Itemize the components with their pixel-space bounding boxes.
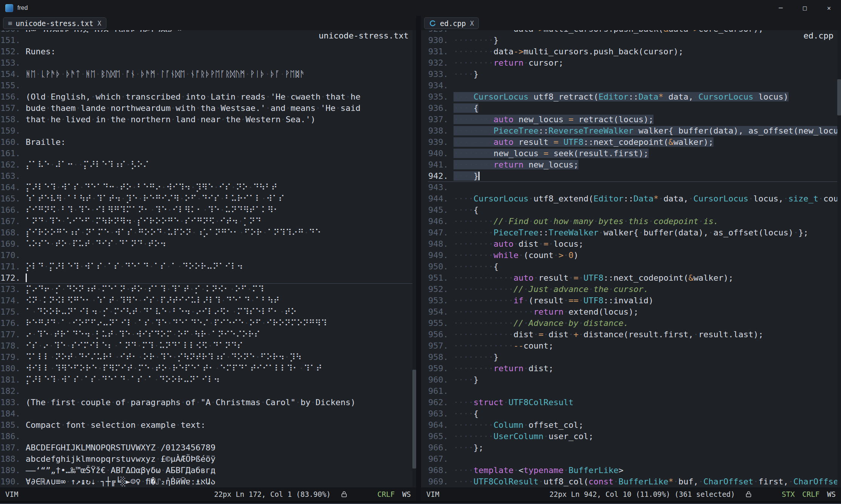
code-line[interactable]: 939.········auto·result·=·UTF8::next_cod… bbox=[428, 137, 841, 148]
tab-close-icon[interactable]: X bbox=[469, 20, 474, 27]
scrollbar-right[interactable] bbox=[837, 30, 841, 487]
code-line[interactable]: 968.····template·<typename·BufferLike> bbox=[428, 465, 841, 476]
code-line[interactable]: 185.Compact·font·selection·example·text: bbox=[0, 419, 416, 431]
close-button[interactable]: ✕ bbox=[817, 0, 841, 16]
code-line[interactable]: 954.················return·extend(locus)… bbox=[428, 306, 841, 318]
code-line[interactable]: 959.········return·dist; bbox=[428, 363, 841, 374]
status-flag-stx[interactable]: STX bbox=[782, 490, 795, 498]
code-line[interactable]: 948.········auto·dist·=·locus; bbox=[428, 238, 841, 250]
code-line[interactable]: 160.Braille: bbox=[0, 137, 416, 148]
code-line[interactable]: 187.ABCDEFGHIJKLMNOPQRSTUVWXYZ·/01234567… bbox=[0, 442, 416, 453]
code-line[interactable]: 934. bbox=[428, 80, 841, 91]
pane-divider[interactable] bbox=[416, 16, 421, 501]
code-line[interactable]: 165.⠱⠁⠞⠑⠧⠻·⠁⠃⠳⠞·⠹⠁⠞⠲·⡹⠑·⠗⠑⠛⠊⠌⠻·⠕⠋·⠙⠊⠎·⠃⠥… bbox=[0, 193, 416, 204]
code-line[interactable]: 181.⡍⠜⠇⠑⠹·⠺⠁⠎·⠁⠎·⠙⠑⠁⠙·⠁⠎·⠁·⠙⠕⠕⠗⠤⠝⠁⠊⠇⠲ bbox=[0, 374, 416, 386]
tab-ed-cpp[interactable]: ed.cpp X bbox=[424, 17, 479, 29]
scrollbar-thumb[interactable] bbox=[837, 79, 841, 115]
code-line[interactable]: 957.············--count; bbox=[428, 340, 841, 352]
code-line[interactable]: 190.∀∂∈ℝ∧∪≡∞·↑↗↨↻⇣·┐┼╔╘░►☺♀·ﬁ�⑀₂ἠḂӥẄɐː⍎א… bbox=[0, 476, 416, 487]
code-line[interactable]: 175.⠁·⠙⠕⠕⠗⠤⠝⠁⠊⠇⠲·⡊·⠍⠊⠣⠞·⠙⠁⠧⠑·⠃⠑⠲·⠔⠊⠇⠔⠫⠂·… bbox=[0, 306, 416, 318]
code-line[interactable]: 932.········return·cursor; bbox=[428, 57, 841, 69]
scrollbar-thumb[interactable] bbox=[412, 370, 416, 469]
code-line[interactable]: 963.····{ bbox=[428, 408, 841, 419]
code-line[interactable]: 937.········auto·new_locus·=·retract(loc… bbox=[428, 114, 841, 125]
code-line[interactable]: 947.········PieceTree::TreeWalker·walker… bbox=[428, 227, 841, 238]
code-line[interactable]: 943. bbox=[428, 182, 841, 193]
window-bottom-edge[interactable] bbox=[0, 501, 841, 504]
code-line[interactable]: 942.····} bbox=[428, 171, 841, 182]
code-line[interactable]: 174.⠪⠝·⠅⠝⠪⠇⠫⠛⠑⠂·⠱⠁⠞·⠹⠻⠑·⠊⠎·⠏⠜⠞⠊⠊⠥⠇⠜⠇⠹·⠙⠑… bbox=[0, 295, 416, 306]
code-line[interactable]: 953.············if·(result·==·UTF8::inva… bbox=[428, 295, 841, 306]
status-flag-ws[interactable]: WS bbox=[827, 490, 836, 498]
tab-unicode-stress-txt[interactable]: ≡ unicode-stress.txt X bbox=[3, 17, 106, 29]
code-line[interactable]: 965.········UserColumn·user_col; bbox=[428, 431, 841, 442]
code-line[interactable]: 930.········} bbox=[428, 35, 841, 46]
code-line[interactable]: 176.⠗⠑⠛⠜⠙·⠁·⠊⠕⠋⠋⠔⠤⠝⠁⠊⠇·⠁⠎·⠹⠑·⠙⠑⠁⠙⠑⠌·⠏⠊⠑⠊… bbox=[0, 318, 416, 329]
editor-content-right[interactable]: 929.············data->multi_cursors.push… bbox=[421, 30, 841, 487]
code-line[interactable]: 964.········Column·offset_col; bbox=[428, 419, 841, 431]
code-line[interactable]: 156.(Old·English,·which·transcribed·into… bbox=[0, 91, 416, 103]
lock-icon[interactable] bbox=[340, 490, 348, 498]
editor-content-left[interactable]: 150.ሰው·እንደቤቱ·እንጅ·እንደ·ጉረቤቱ·አይተዳደርም።151.15… bbox=[0, 30, 416, 487]
code-line[interactable]: 186. bbox=[0, 431, 416, 442]
code-line[interactable]: 956.············dist·=·dist·+·distance(r… bbox=[428, 329, 841, 340]
code-line[interactable]: 940.········new_locus·=·seek(result.firs… bbox=[428, 148, 841, 159]
code-line[interactable]: 168.⡎⠊⠗⠕⠕⠛⠑⠰⠎·⠝⠁⠍⠑·⠺⠁⠎·⠛⠕⠕⠙·⠥⠏⠕⠝·⠰⡡⠁⠝⠛⠑⠂… bbox=[0, 227, 416, 238]
code-line[interactable]: 166.⠎⠊⠛⠝⠫·⠃⠹·⠹⠑·⠊⠇⠻⠛⠹⠍⠁⠝⠂·⠹⠑·⠊⠇⠻⠅⠂·⠹⠑·⠥⠝… bbox=[0, 204, 416, 216]
code-line[interactable]: 951.············auto·result·=·UTF8::next… bbox=[428, 272, 841, 284]
code-line[interactable]: 157.bude·thaem·lande·northweardum·with·t… bbox=[0, 103, 416, 114]
code-line[interactable]: 945.····{ bbox=[428, 204, 841, 216]
tab-close-icon[interactable]: X bbox=[97, 20, 101, 27]
code-line[interactable]: 949.········while·(count·>·0) bbox=[428, 250, 841, 261]
code-line[interactable]: 950.········{ bbox=[428, 261, 841, 272]
code-line[interactable]: 961. bbox=[428, 386, 841, 397]
scrollbar-left[interactable] bbox=[412, 30, 416, 487]
code-line[interactable]: 153. bbox=[0, 57, 416, 69]
code-line[interactable]: 152.Runes: bbox=[0, 46, 416, 57]
code-line[interactable]: 931.········data->multi_cursors.push_bac… bbox=[428, 46, 841, 57]
code-line[interactable]: 173.⡍⠔⠙⠖·⡊·⠙⠕⠝⠰⠞·⠍⠑⠁⠝·⠞⠕·⠎⠁⠹·⠹⠁⠞·⡊·⠅⠝⠪⠂·… bbox=[0, 284, 416, 295]
code-line[interactable]: 189.–—‘“”„†•…‰™œŠŸž€·ΑΒΓΔΩαβγδω·АБВГДабв… bbox=[0, 465, 416, 476]
code-line[interactable]: 958.········} bbox=[428, 352, 841, 363]
code-line[interactable]: 960.····} bbox=[428, 374, 841, 386]
status-flag-ws[interactable]: WS bbox=[402, 490, 411, 498]
code-line[interactable]: 955.············//·Advance·by·distance. bbox=[428, 318, 841, 329]
minimize-button[interactable]: ─ bbox=[769, 0, 793, 16]
code-line[interactable]: 935.····CursorLocus·utf8_retract(Editor:… bbox=[428, 91, 841, 103]
code-line[interactable]: 952.············//·Just·advance·the·curs… bbox=[428, 284, 841, 295]
code-line[interactable]: 929.············data->multi_cursors.push… bbox=[428, 30, 841, 35]
status-flag-crlf[interactable]: CRLF bbox=[802, 490, 819, 498]
code-line[interactable]: 172. bbox=[0, 272, 416, 284]
code-line[interactable]: 155. bbox=[0, 80, 416, 91]
code-line[interactable]: 933.····} bbox=[428, 69, 841, 80]
code-line[interactable]: 164.⡍⠜⠇⠑⠹·⠺⠁⠎·⠙⠑⠁⠙⠒·⠞⠕·⠃⠑⠛⠔·⠺⠊⠹⠲·⡹⠻⠑·⠊⠎·… bbox=[0, 182, 416, 193]
code-line[interactable]: 967. bbox=[428, 453, 841, 465]
code-line[interactable]: 969.····UTF8ColResult·utf8_col(const·Buf… bbox=[428, 476, 841, 487]
code-line[interactable]: 946.········//·Find·out·how·many·bytes·t… bbox=[428, 216, 841, 227]
code-line[interactable]: 171.⡕⠇⠙·⡍⠜⠇⠑⠹·⠺⠁⠎·⠁⠎·⠙⠑⠁⠙·⠁⠎·⠁·⠙⠕⠕⠗⠤⠝⠁⠊⠇… bbox=[0, 261, 416, 272]
code-line[interactable]: 170. bbox=[0, 250, 416, 261]
code-line[interactable]: 177.⠔·⠹⠑·⠞⠗⠁⠙⠑⠲·⡃⠥⠞·⠹⠑·⠺⠊⠎⠙⠕⠍·⠕⠋·⠳⠗·⠁⠝⠊⠑… bbox=[0, 329, 416, 340]
code-line[interactable]: 183.(The·first·couple·of·paragraphs·of·"… bbox=[0, 397, 416, 408]
code-line[interactable]: 938.········PieceTree::ReverseTreeWalker… bbox=[428, 125, 841, 137]
code-line[interactable]: 936.····{ bbox=[428, 103, 841, 114]
lock-icon[interactable] bbox=[745, 490, 752, 498]
code-line[interactable]: 159. bbox=[0, 125, 416, 137]
code-line[interactable]: 184. bbox=[0, 408, 416, 419]
code-line[interactable]: 944.····CursorLocus·utf8_extend(Editor::… bbox=[428, 193, 841, 204]
code-line[interactable]: 179.⠩⠁⠇⠇·⠝⠕⠞·⠙⠊⠌⠥⠗⠃·⠊⠞⠂·⠕⠗·⠹⠑·⡊⠳⠝⠞⠗⠹⠰⠎·⠙… bbox=[0, 352, 416, 363]
code-line[interactable]: 941.········return·new_locus; bbox=[428, 159, 841, 171]
code-line[interactable]: 188.abcdefghijklmnopqrstuvwxyz·£©µÀÆÖÞßé… bbox=[0, 453, 416, 465]
code-line[interactable]: 962.····struct·UTF8ColResult bbox=[428, 397, 841, 408]
status-flag-crlf[interactable]: CRLF bbox=[377, 490, 395, 498]
code-line[interactable]: 162.⡌⠁⠧⠑·⠼⠁⠒··⡍⠜⠇⠑⠹⠰⠎·⡣⠕⠌ bbox=[0, 159, 416, 171]
code-line[interactable]: 154.ᚻᛖ·ᚳᚹᚫᚦ·ᚦᚫᛏ·ᚻᛖ·ᛒᚢᛞᛖ·ᚩᚾ·ᚦᚫᛗ·ᛚᚪᚾᛞᛖ·ᚾᚩᚱ… bbox=[0, 69, 416, 80]
code-line[interactable]: 161. bbox=[0, 148, 416, 159]
maximize-button[interactable]: □ bbox=[793, 0, 817, 16]
code-line[interactable]: 163. bbox=[0, 171, 416, 182]
code-line[interactable]: 169.⠡⠕⠎⠑·⠞⠕·⠏⠥⠞·⠙⠊⠎·⠙⠁⠝⠙·⠞⠕⠲ bbox=[0, 238, 416, 250]
code-line[interactable]: 180.⠺⠊⠇⠇·⠹⠻⠑⠋⠕⠗⠑·⠏⠻⠍⠊⠞·⠍⠑·⠞⠕·⠗⠑⠏⠑⠁⠞⠂·⠑⠍⠏… bbox=[0, 363, 416, 374]
code-line[interactable]: 167.⠁⠝⠙·⠹⠑·⠡⠊⠑⠋·⠍⠳⠗⠝⠻⠲·⡎⠊⠗⠕⠕⠛⠑·⠎⠊⠛⠝⠫·⠊⠞⠲… bbox=[0, 216, 416, 227]
code-line[interactable]: 158.that·he·lived·in·the·northern·land·n… bbox=[0, 114, 416, 125]
code-line[interactable]: 966.····}; bbox=[428, 442, 841, 453]
